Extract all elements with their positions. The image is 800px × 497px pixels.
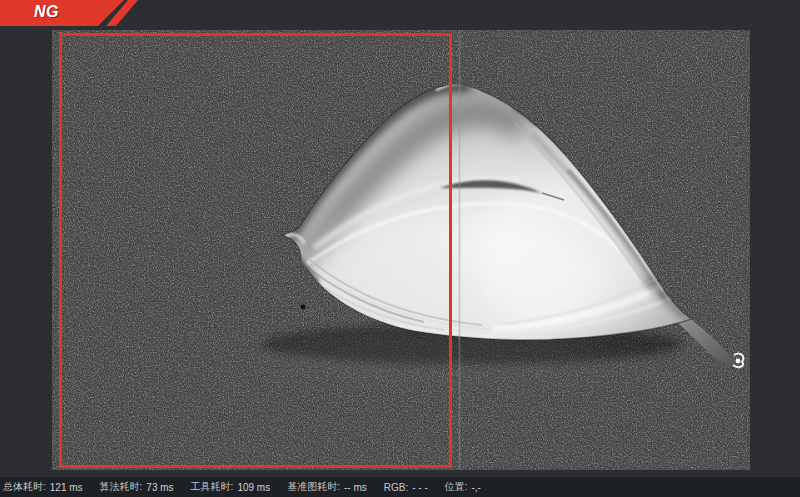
status-algorithm-time-label: 算法耗时: <box>100 480 143 494</box>
status-tool-time: 工具耗时: 109 ms <box>191 480 271 494</box>
status-baseline-image-time-value: -- ms <box>344 482 367 493</box>
status-total-time-label: 总体耗时: <box>3 480 46 494</box>
status-position-value: -,- <box>472 482 481 493</box>
status-rgb: RGB: - - - <box>384 482 428 493</box>
status-bar: 总体耗时: 121 ms 算法耗时: 73 ms 工具耗时: 109 ms 基准… <box>0 477 800 497</box>
result-badge: NG <box>0 0 124 26</box>
inspection-window: NG <box>0 0 800 497</box>
status-position-label: 位置: <box>445 480 468 494</box>
result-badge-label: NG <box>34 3 59 21</box>
status-total-time-value: 121 ms <box>50 482 83 493</box>
status-algorithm-time: 算法耗时: 73 ms <box>100 480 174 494</box>
status-rgb-value: - - - <box>412 482 428 493</box>
status-position: 位置: -,- <box>445 480 481 494</box>
status-rgb-label: RGB: <box>384 482 408 493</box>
status-algorithm-time-value: 73 ms <box>146 482 173 493</box>
status-baseline-image-time-label: 基准图耗时: <box>287 480 340 494</box>
roi-rectangle[interactable] <box>59 33 452 468</box>
status-tool-time-value: 109 ms <box>237 482 270 493</box>
status-total-time: 总体耗时: 121 ms <box>3 480 83 494</box>
status-tool-time-label: 工具耗时: <box>191 480 234 494</box>
status-baseline-image-time: 基准图耗时: -- ms <box>287 480 367 494</box>
